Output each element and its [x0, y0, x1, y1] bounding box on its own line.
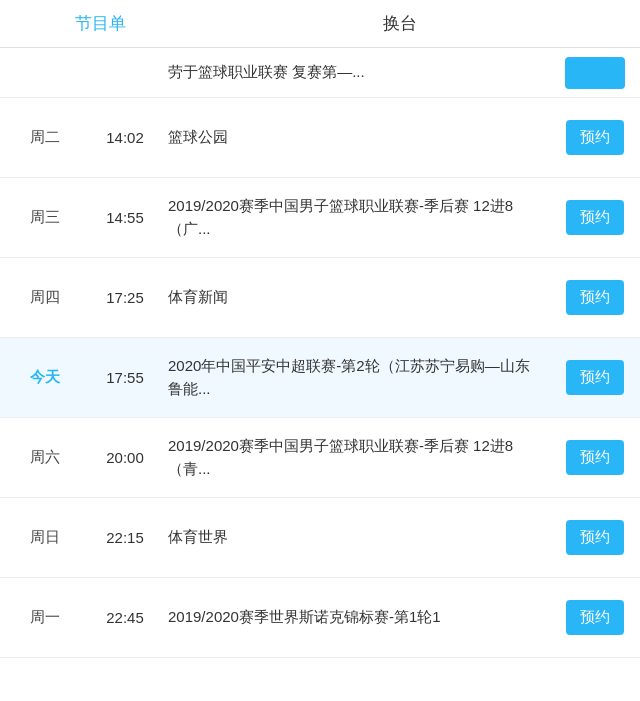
header-left: 节目单: [20, 12, 180, 35]
program-title: 体育世界: [160, 516, 550, 559]
partial-title: 劳于篮球职业联赛 复赛第—...: [160, 55, 550, 90]
partial-reserve-bar: [565, 57, 625, 89]
table-row: 周三 14:55 2019/2020赛季中国男子篮球职业联赛-季后赛 12进8（…: [0, 178, 640, 258]
action-cell: 预约: [550, 520, 640, 555]
reserve-button[interactable]: 预约: [566, 280, 624, 315]
action-cell: 预约: [550, 200, 640, 235]
table-row: 今天 17:55 2020年中国平安中超联赛-第2轮（江苏苏宁易购—山东鲁能..…: [0, 338, 640, 418]
schedule-header: 节目单 换台: [0, 0, 640, 48]
program-title: 2019/2020赛季中国男子篮球职业联赛-季后赛 12进8（青...: [160, 425, 550, 490]
reserve-button[interactable]: 预约: [566, 440, 624, 475]
action-cell: 预约: [550, 280, 640, 315]
reserve-button[interactable]: 预约: [566, 360, 624, 395]
schedule-title: 节目单: [75, 14, 126, 33]
action-cell: 预约: [550, 360, 640, 395]
partial-action-col: [550, 57, 640, 89]
table-row: 周六 20:00 2019/2020赛季中国男子篮球职业联赛-季后赛 12进8（…: [0, 418, 640, 498]
time-cell: 20:00: [90, 449, 160, 466]
action-cell: 预约: [550, 600, 640, 635]
time-cell: 14:55: [90, 209, 160, 226]
table-row: 周二 14:02 篮球公园 预约: [0, 98, 640, 178]
table-row: 周一 22:45 2019/2020赛季世界斯诺克锦标赛-第1轮1 预约: [0, 578, 640, 658]
day-cell: 周六: [0, 438, 90, 477]
reserve-button[interactable]: 预约: [566, 200, 624, 235]
partial-row: 劳于篮球职业联赛 复赛第—...: [0, 48, 640, 98]
table-row: 周四 17:25 体育新闻 预约: [0, 258, 640, 338]
reserve-button[interactable]: 预约: [566, 520, 624, 555]
time-cell: 22:15: [90, 529, 160, 546]
day-cell: 周日: [0, 518, 90, 557]
time-cell: 17:25: [90, 289, 160, 306]
reserve-button[interactable]: 预约: [566, 120, 624, 155]
action-cell: 预约: [550, 440, 640, 475]
day-cell: 今天: [0, 358, 90, 397]
channel-switch-title: 换台: [383, 14, 417, 33]
day-cell: 周一: [0, 598, 90, 637]
program-title: 2020年中国平安中超联赛-第2轮（江苏苏宁易购—山东鲁能...: [160, 345, 550, 410]
action-cell: 预约: [550, 120, 640, 155]
time-cell: 14:02: [90, 129, 160, 146]
time-cell: 22:45: [90, 609, 160, 626]
reserve-button[interactable]: 预约: [566, 600, 624, 635]
program-title: 体育新闻: [160, 276, 550, 319]
day-cell: 周四: [0, 278, 90, 317]
day-cell: 周二: [0, 118, 90, 157]
schedule-table: 周二 14:02 篮球公园 预约 周三 14:55 2019/2020赛季中国男…: [0, 98, 640, 658]
table-row: 周日 22:15 体育世界 预约: [0, 498, 640, 578]
program-title: 2019/2020赛季中国男子篮球职业联赛-季后赛 12进8（广...: [160, 185, 550, 250]
program-title: 篮球公园: [160, 116, 550, 159]
program-title: 2019/2020赛季世界斯诺克锦标赛-第1轮1: [160, 596, 550, 639]
time-cell: 17:55: [90, 369, 160, 386]
day-cell: 周三: [0, 198, 90, 237]
header-right: 换台: [180, 12, 620, 35]
